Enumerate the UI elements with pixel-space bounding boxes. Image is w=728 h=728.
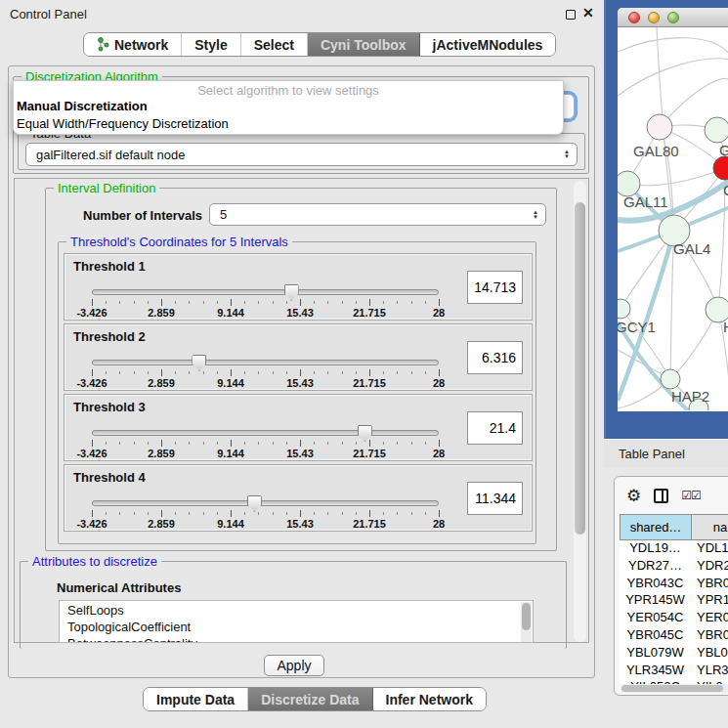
number-of-intervals-label: Number of Intervals: [83, 208, 202, 223]
threshold-4-value-field[interactable]: 11.344: [467, 482, 523, 515]
node-label-partial-top: GA: [719, 142, 728, 158]
table-row[interactable]: YBR045CYBR0: [620, 627, 728, 645]
tab-discretize-data[interactable]: Discretize Data: [248, 688, 372, 710]
threshold-2-slider[interactable]: [92, 360, 439, 365]
table-row[interactable]: YBR043CYBR0: [620, 576, 728, 593]
column-header-shared-name[interactable]: shared…: [620, 514, 691, 540]
network-window-titlebar[interactable]: [618, 8, 728, 27]
threshold-4-box: Threshold 4 -3.4262.8599.14415.4321.7152…: [64, 464, 533, 532]
slider-scale-labels: -3.4262.8599.14415.4321.71528: [92, 307, 439, 319]
control-panel-title: Control Panel: [10, 7, 87, 21]
slider-ticks: [92, 440, 439, 448]
gear-icon[interactable]: ⚙: [626, 488, 641, 504]
node-table-body: YDL19…YDL1YDR27…YDR2YBR043CYBR0YPR145WYP…: [620, 540, 728, 684]
table-cell: YBL0: [691, 645, 728, 663]
tab-style-label: Style: [194, 37, 227, 53]
table-cell: YDR27…: [620, 558, 691, 576]
interval-definition-group: Interval Definition Number of Intervals …: [45, 188, 557, 551]
table-cell: YBL079W: [620, 645, 691, 663]
node-label-gal80: GAL80: [633, 143, 679, 159]
threshold-2-box: Threshold 2 -3.4262.8599.14415.4321.7152…: [64, 323, 533, 391]
tab-jactivemnodules-label: jActiveMNodules: [433, 37, 543, 53]
table-row[interactable]: YDL19…YDL1: [620, 540, 728, 558]
threshold-1-slider[interactable]: [92, 289, 439, 295]
column-header-name[interactable]: na: [691, 514, 728, 540]
slider-ticks: [92, 369, 439, 377]
table-cell: YBR045C: [620, 627, 691, 645]
application-window: Control Panel ✕ Network Style Select Cyn…: [0, 0, 728, 728]
node-label-gal4: GAL4: [673, 240, 710, 257]
table-horizontal-scrollbar[interactable]: [621, 684, 728, 693]
table-row[interactable]: YBL079WYBL0: [620, 645, 728, 663]
tab-select[interactable]: Select: [241, 33, 308, 56]
apply-button[interactable]: Apply: [264, 655, 324, 676]
table-cell: YLR3: [691, 663, 728, 680]
node-label-gcy1: GCY1: [618, 319, 656, 335]
tab-network[interactable]: Network: [84, 33, 182, 56]
threshold-2-value-field[interactable]: 6.316: [467, 341, 523, 374]
attributes-group-title: Attributes to discretize: [28, 554, 161, 569]
attribute-item[interactable]: SelfLoops: [60, 602, 533, 619]
table-cell: YDL19…: [620, 540, 691, 558]
algorithm-dropdown-popup: Select algorithm to view settings Manual…: [13, 80, 564, 135]
float-window-icon[interactable]: [566, 10, 576, 20]
bottom-tabbar: Impute Data Discretize Data Infer Networ…: [143, 687, 487, 711]
node-gal80[interactable]: [647, 114, 672, 140]
threshold-4-slider[interactable]: [92, 500, 439, 506]
tab-impute-data[interactable]: Impute Data: [144, 688, 248, 710]
zoom-traffic-light-icon[interactable]: [667, 12, 679, 23]
spinner-icon: ▲▼: [533, 210, 538, 220]
table-cell: YPR145W: [620, 592, 691, 610]
table-row[interactable]: YLR345WYLR3: [620, 663, 728, 680]
slider-ticks: [92, 510, 439, 518]
close-traffic-light-icon[interactable]: [628, 12, 640, 23]
dropdown-option-equal-width[interactable]: Equal Width/Frequency Discretization: [14, 116, 563, 134]
scrollbar-thumb[interactable]: [522, 603, 531, 630]
tab-infer-network-label: Infer Network: [386, 692, 473, 707]
table-row[interactable]: YDR27…YDR2: [620, 558, 728, 576]
attribute-item[interactable]: BetweennessCentrality: [60, 635, 533, 643]
attribute-item[interactable]: TopologicalCoefficient: [60, 619, 533, 635]
table-row[interactable]: YPR145WYPR1: [620, 592, 728, 610]
table-cell: YER054C: [620, 610, 691, 627]
dropdown-option-manual[interactable]: Manual Discretization: [14, 99, 563, 116]
table-panel-title: Table Panel: [619, 447, 685, 461]
attributes-scrollbar[interactable]: [521, 602, 532, 643]
minimize-traffic-light-icon[interactable]: [648, 12, 660, 23]
close-icon[interactable]: ✕: [582, 5, 594, 21]
threshold-2-label: Threshold 2: [73, 329, 146, 344]
number-of-intervals-combobox[interactable]: 5 ▲▼: [209, 203, 546, 226]
table-row[interactable]: YER054CYER0: [620, 610, 728, 627]
numerical-attributes-list[interactable]: SelfLoopsTopologicalCoefficientBetweenne…: [59, 600, 534, 643]
table-cell: YDR2: [691, 558, 728, 576]
node-table-panel: ⚙ ☑☑ shared… na YDL19…YDL1YDR27…YDR2YBR0…: [614, 476, 728, 696]
network-graph: GAL80 GA C GAL11 GAL4 GCY1 H HAP2: [618, 27, 728, 410]
settings-scrollbar[interactable]: [574, 181, 586, 642]
columns-icon[interactable]: [654, 489, 668, 503]
threshold-3-value-field[interactable]: 21.4: [467, 411, 523, 445]
table-data-combobox[interactable]: galFiltered.sif default node ▲▼: [25, 143, 578, 166]
tab-impute-data-label: Impute Data: [156, 692, 235, 707]
tab-infer-network[interactable]: Infer Network: [373, 688, 486, 710]
node-label-partial-low: H: [723, 319, 728, 335]
threshold-3-slider[interactable]: [92, 430, 439, 436]
table-toolbar: ⚙ ☑☑: [615, 477, 728, 514]
scrollbar-thumb[interactable]: [575, 202, 585, 535]
node-hap2[interactable]: [661, 369, 680, 389]
scrollbar-thumb[interactable]: [621, 685, 723, 692]
tab-cyni-toolbox[interactable]: Cyni Toolbox: [308, 33, 420, 56]
select-all-checkboxes-icon[interactable]: ☑☑: [681, 489, 701, 502]
node-gcy1[interactable]: [618, 299, 630, 319]
tab-jactivemnodules[interactable]: jActiveMNodules: [420, 33, 556, 56]
tab-style[interactable]: Style: [182, 33, 240, 56]
network-window: GAL80 GA C GAL11 GAL4 GCY1 H HAP2: [618, 8, 728, 411]
network-window-frame: GAL80 GA C GAL11 GAL4 GCY1 H HAP2: [604, 0, 728, 439]
node-top-right[interactable]: [705, 117, 728, 143]
thresholds-group-title: Threshold's Coordinates for 5 Intervals: [66, 235, 292, 249]
threshold-1-value-field[interactable]: 14.713: [467, 271, 523, 304]
interval-definition-title: Interval Definition: [54, 181, 159, 195]
table-cell: YPR1: [691, 592, 728, 610]
table-cell: YER0: [691, 610, 728, 627]
node-label-partial-mid: C: [723, 182, 728, 198]
network-canvas[interactable]: GAL80 GA C GAL11 GAL4 GCY1 H HAP2: [618, 27, 728, 410]
